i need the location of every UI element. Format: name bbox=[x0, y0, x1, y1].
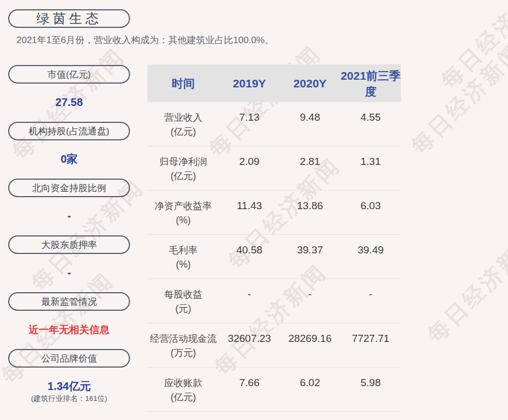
table-cell-value: 39.49 bbox=[340, 243, 401, 279]
stat-value-major-shareholder-pledge: - bbox=[8, 265, 130, 280]
table-row-net-profit: 归母净利润(亿元) 2.09 2.81 1.31 bbox=[147, 146, 401, 191]
table-cell-value: 9.48 bbox=[280, 110, 340, 146]
table-cell-value: - bbox=[280, 287, 340, 323]
table-cell-metric-name: 归母净利润(亿元) bbox=[147, 155, 219, 190]
table-header-row: 时间 2019Y 2020Y 2021前三季度 bbox=[147, 64, 401, 102]
table-cell-value: 2.09 bbox=[219, 155, 280, 190]
metric-unit: (万元) bbox=[147, 346, 219, 360]
table-header-cell-2021q3: 2021前三季度 bbox=[340, 67, 401, 100]
stat-pill-northbound-holding: 北向资金持股比例 bbox=[8, 179, 130, 197]
table-cell-value: 39.37 bbox=[280, 243, 340, 279]
table-cell-value: 1.31 bbox=[340, 155, 401, 190]
table-cell-value: 7.13 bbox=[219, 110, 280, 146]
table-cell-value: 32607.23 bbox=[219, 332, 280, 367]
stat-label: 北向资金持股比例 bbox=[32, 182, 107, 194]
revenue-composition-text: 2021年1至6月份，营业收入构成为：其他建筑业占比100.0%。 bbox=[16, 34, 366, 47]
table-row-accounts-receivable: 应收账款(亿元) 7.66 6.02 5.98 bbox=[147, 368, 401, 412]
stat-value-brand-value: 1.34亿元 bbox=[8, 379, 130, 393]
table-header-cell-time: 时间 bbox=[147, 74, 219, 92]
stat-note-industry-rank: (建筑行业排名：161位) bbox=[8, 394, 130, 404]
stat-label: 机构持股(占流通盘) bbox=[29, 125, 109, 138]
table-row-eps: 每股收益(元) - - - bbox=[147, 279, 401, 323]
table-cell-metric-name: 每股收益(元) bbox=[147, 287, 219, 323]
financial-table: 时间 2019Y 2020Y 2021前三季度 营业收入(亿元) 7.13 9.… bbox=[147, 64, 401, 412]
table-row-roe: 净资产收益率(%) 11.43 13.86 6.03 bbox=[147, 191, 401, 235]
stat-pill-market-cap: 市值(亿元) bbox=[8, 65, 130, 84]
watermark-text: 每日经济新闻 bbox=[434, 0, 508, 96]
stat-pill-major-shareholder-pledge: 大股东质押率 bbox=[8, 235, 130, 254]
table-cell-value: 13.86 bbox=[280, 199, 340, 234]
table-cell-metric-name: 经营活动现金流(万元) bbox=[147, 332, 219, 367]
stat-value-northbound-holding: - bbox=[8, 209, 130, 223]
table-cell-value: 6.02 bbox=[280, 376, 340, 411]
stat-label: 最新监管情况 bbox=[42, 295, 97, 308]
metric-name: 每股收益 bbox=[164, 289, 203, 300]
stat-label: 公司品牌价值 bbox=[42, 352, 97, 365]
table-cell-value: 40.58 bbox=[219, 243, 280, 279]
stock-profile-card: 每日经济新闻 每日经济新闻 每日经济新闻 每日经济新闻 每日经济新闻 每日经济新… bbox=[0, 0, 508, 420]
metric-unit: (%) bbox=[147, 257, 219, 271]
table-cell-value: - bbox=[219, 287, 280, 323]
table-cell-value: 28269.16 bbox=[280, 332, 340, 367]
stat-value-regulatory-status: 近一年无相关信息 bbox=[8, 323, 130, 337]
table-cell-metric-name: 毛利率(%) bbox=[147, 243, 219, 279]
company-name-pill: 绿茵生态 bbox=[8, 9, 130, 28]
table-header-cell-2020: 2020Y bbox=[280, 74, 340, 92]
table-cell-value: 7.66 bbox=[219, 376, 280, 411]
watermark-text: 每日经济新闻 bbox=[421, 224, 508, 350]
stat-value-institutional-holding: 0家 bbox=[8, 152, 130, 166]
stat-label: 市值(亿元) bbox=[48, 68, 91, 81]
table-cell-metric-name: 营业收入(亿元) bbox=[147, 110, 219, 146]
stat-pill-institutional-holding: 机构持股(占流通盘) bbox=[8, 122, 130, 140]
table-cell-value: 6.03 bbox=[340, 199, 401, 234]
table-cell-value: 4.55 bbox=[340, 110, 401, 146]
stat-value-market-cap: 27.58 bbox=[8, 95, 130, 109]
table-cell-value: - bbox=[340, 287, 401, 323]
watermark-text: 每日经济新闻 bbox=[404, 36, 508, 161]
table-row-operating-cash-flow: 经营活动现金流(万元) 32607.23 28269.16 7727.71 bbox=[147, 323, 401, 368]
metric-name: 营业收入 bbox=[164, 112, 203, 123]
stat-pill-regulatory-status: 最新监管情况 bbox=[8, 292, 130, 311]
table-cell-value: 2.81 bbox=[280, 155, 340, 190]
metric-name: 毛利率 bbox=[169, 245, 198, 256]
metric-unit: (亿元) bbox=[147, 390, 219, 404]
metric-name: 应收账款 bbox=[164, 377, 203, 388]
metric-name: 归母净利润 bbox=[160, 156, 208, 167]
table-header-cell-2019: 2019Y bbox=[219, 74, 280, 92]
table-cell-value: 7727.71 bbox=[340, 332, 401, 367]
metric-unit: (亿元) bbox=[147, 125, 219, 139]
metric-unit: (元) bbox=[147, 301, 219, 316]
table-cell-metric-name: 净资产收益率(%) bbox=[147, 199, 219, 234]
table-row-revenue: 营业收入(亿元) 7.13 9.48 4.55 bbox=[147, 102, 401, 146]
table-cell-value: 5.98 bbox=[340, 376, 401, 411]
table-row-gross-margin: 毛利率(%) 40.58 39.37 39.49 bbox=[147, 235, 401, 279]
table-cell-metric-name: 应收账款(亿元) bbox=[147, 376, 219, 411]
metric-name: 净资产收益率 bbox=[155, 200, 212, 211]
stat-pill-brand-value: 公司品牌价值 bbox=[8, 349, 130, 368]
metric-unit: (%) bbox=[147, 213, 219, 227]
metric-name: 经营活动现金流 bbox=[150, 333, 217, 344]
table-cell-value: 11.43 bbox=[219, 199, 280, 234]
metric-unit: (亿元) bbox=[147, 169, 219, 183]
company-name: 绿茵生态 bbox=[37, 10, 102, 27]
stat-label: 大股东质押率 bbox=[42, 239, 97, 251]
